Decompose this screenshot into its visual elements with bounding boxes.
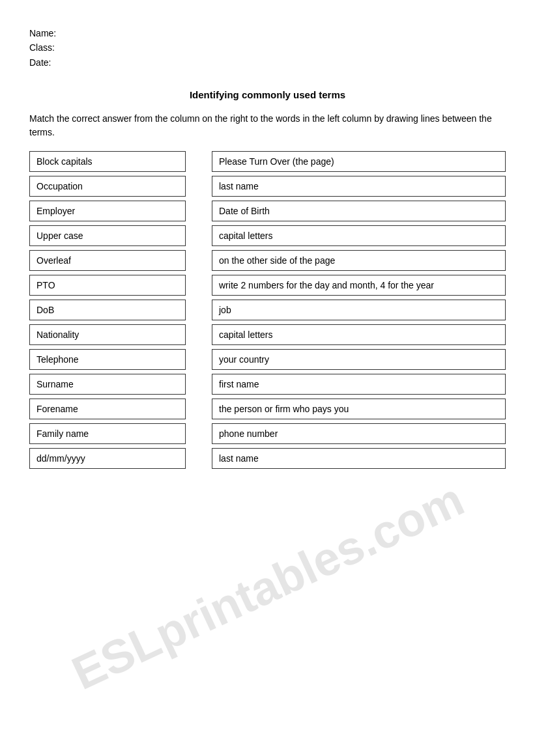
definition-box: first name [212,374,506,395]
term-box: DoB [29,300,186,320]
term-box: Surname [29,374,186,395]
definition-box: phone number [212,423,506,444]
left-column: Block capitalsOccupationEmployerUpper ca… [29,151,186,469]
term-box: Occupation [29,176,186,197]
title-section: Identifying commonly used terms [29,89,506,100]
definition-box: Date of Birth [212,201,506,221]
term-box: PTO [29,275,186,296]
definition-box: on the other side of the page [212,250,506,271]
watermark: ESLprintables.com [64,472,472,700]
page-title: Identifying commonly used terms [190,89,345,100]
definition-box: capital letters [212,225,506,246]
definition-box: capital letters [212,324,506,345]
term-box: Telephone [29,349,186,370]
date-label: Date: [29,55,506,70]
matching-table: Block capitalsOccupationEmployerUpper ca… [29,151,506,469]
definition-box: your country [212,349,506,370]
term-box: Block capitals [29,151,186,172]
definition-box: the person or firm who pays you [212,399,506,419]
definition-box: write 2 numbers for the day and month, 4… [212,275,506,296]
term-box: Nationality [29,324,186,345]
class-label: Class: [29,40,506,55]
header-info: Name: Class: Date: [29,26,506,70]
term-box: dd/mm/yyyy [29,448,186,469]
definition-box: Please Turn Over (the page) [212,151,506,172]
definition-box: last name [212,176,506,197]
name-label: Name: [29,26,506,40]
term-box: Family name [29,423,186,444]
term-box: Forename [29,399,186,419]
definition-box: last name [212,448,506,469]
definition-box: job [212,300,506,320]
instructions: Match the correct answer from the column… [29,112,506,139]
term-box: Overleaf [29,250,186,271]
term-box: Employer [29,201,186,221]
right-column: Please Turn Over (the page)last nameDate… [212,151,506,469]
term-box: Upper case [29,225,186,246]
